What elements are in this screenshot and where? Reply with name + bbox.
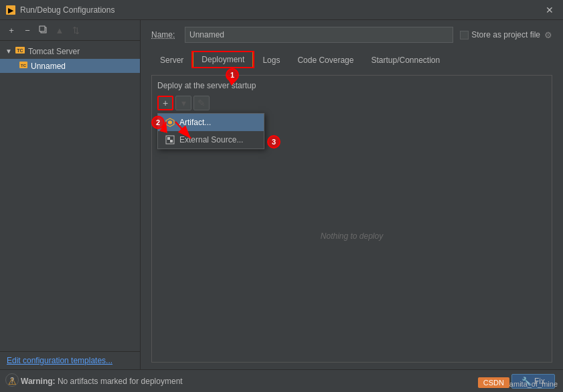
tab-startup-connection[interactable]: Startup/Connection — [362, 52, 449, 68]
dropdown-item-artifact[interactable]: Artifact... — [158, 114, 264, 131]
store-project-checkbox[interactable] — [460, 31, 469, 39]
svg-text:▶: ▶ — [8, 7, 14, 14]
svg-text:TC: TC — [21, 64, 27, 68]
tab-code-coverage[interactable]: Code Coverage — [289, 52, 362, 68]
tabs-bar: Server Deployment Logs Code Coverage Sta… — [151, 51, 552, 68]
name-input[interactable] — [185, 27, 453, 43]
svg-rect-3 — [39, 26, 45, 31]
deploy-section-title: Deploy at the server startup — [157, 81, 546, 90]
edit-deploy-button[interactable]: ✎ — [193, 96, 210, 110]
left-toolbar: + − ▲ ⇅ — [0, 20, 140, 41]
add-config-button[interactable]: + — [4, 23, 19, 37]
tree-section: ▼ TC Tomcat Server TC Unnamed — [0, 41, 140, 351]
tree-item-label: Unnamed — [31, 62, 66, 71]
tree-expand-arrow: ▼ — [5, 47, 12, 55]
tomcat-category-icon: TC — [15, 45, 25, 58]
artifact-icon — [165, 117, 175, 128]
tree-category-tomcat[interactable]: ▼ TC Tomcat Server — [0, 43, 140, 59]
annotation-2: 2 — [151, 116, 165, 129]
external-source-icon — [165, 134, 175, 145]
tab-deployment[interactable]: Deployment — [192, 51, 254, 68]
dropdown-item-external-source-label: External Source... — [179, 135, 243, 144]
warning-text: Warning: No artifacts marked for deploym… — [21, 377, 183, 386]
move-down-deploy-button[interactable]: ▾ — [175, 96, 191, 110]
tab-logs[interactable]: Logs — [254, 52, 289, 68]
tree-category-label: Tomcat Server — [28, 47, 80, 56]
svg-rect-12 — [170, 140, 173, 142]
add-deploy-button[interactable]: + — [157, 96, 173, 110]
nothing-to-deploy-text: Nothing to deploy — [157, 116, 546, 357]
main-layout: + − ▲ ⇅ ▼ TC Tomcat Se — [0, 20, 563, 369]
store-project-label-text: Store as project file — [471, 30, 540, 39]
csdn-watermark: CSDN — [478, 377, 509, 388]
copy-config-button[interactable] — [36, 23, 51, 37]
title-bar-text: Run/Debug Configurations — [20, 5, 114, 15]
annotation-1: 1 — [226, 68, 239, 82]
store-project-container: Store as project file ⚙ — [460, 30, 552, 40]
add-dropdown-popup: Artifact... External Source... — [157, 113, 264, 149]
svg-text:TC: TC — [17, 48, 23, 53]
move-up-button[interactable]: ▲ — [52, 23, 67, 37]
tab-server[interactable]: Server — [151, 52, 192, 68]
deploy-toolbar: + ▾ ✎ Artifact... — [157, 96, 546, 110]
remove-config-button[interactable]: − — [20, 23, 35, 37]
svg-marker-9 — [168, 120, 172, 124]
title-bar: ▶ Run/Debug Configurations ✕ — [0, 0, 563, 20]
gear-icon[interactable]: ⚙ — [544, 30, 552, 40]
name-label: Name: — [151, 30, 185, 39]
sort-button[interactable]: ⇅ — [68, 23, 83, 37]
tomcat-item-icon: TC — [19, 60, 28, 72]
app-icon: ▶ — [5, 5, 16, 15]
annotation-3: 3 — [267, 135, 280, 149]
deploy-section: Deploy at the server startup + ▾ ✎ — [151, 75, 552, 363]
dropdown-item-artifact-label: Artifact... — [179, 118, 211, 127]
tree-item-unnamed[interactable]: TC Unnamed — [0, 59, 140, 73]
name-row: Name: Store as project file ⚙ — [151, 27, 552, 43]
help-button[interactable]: ? — [5, 373, 19, 387]
left-panel: + − ▲ ⇅ ▼ TC Tomcat Se — [0, 20, 141, 369]
edit-config-templates-link[interactable]: Edit configuration templates... — [0, 356, 119, 365]
dropdown-item-external-source[interactable]: External Source... — [158, 131, 264, 149]
close-button[interactable]: ✕ — [542, 3, 558, 17]
svg-rect-11 — [167, 137, 170, 140]
right-panel: Name: Store as project file ⚙ Server Dep… — [141, 20, 563, 369]
